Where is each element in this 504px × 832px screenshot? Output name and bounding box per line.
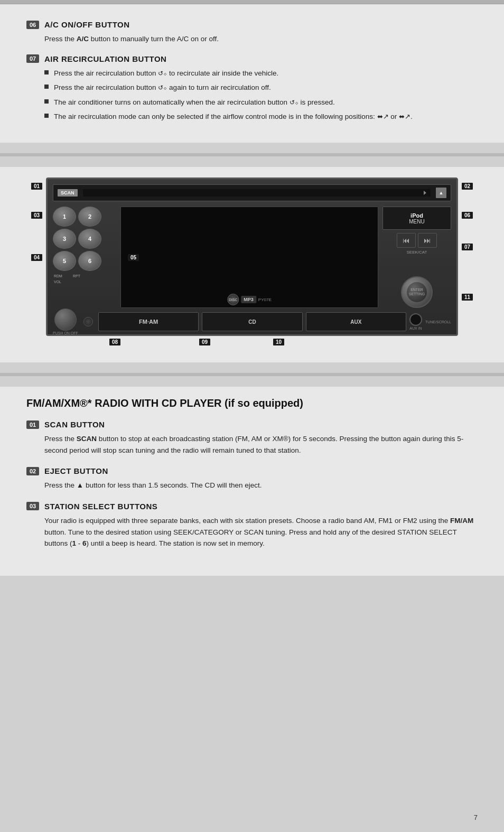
section-bottom-03-header: 03 STATION SELECT BUTTONS bbox=[26, 502, 478, 511]
callout-07: 07 bbox=[462, 244, 473, 250]
section-bottom-03-body: Your radio is equipped with three separa… bbox=[44, 515, 478, 549]
eject-text: Press the ▲ button for less than 1.5 sec… bbox=[44, 480, 478, 491]
rdm-label: RDM bbox=[54, 274, 62, 278]
section-06-num: 06 bbox=[26, 21, 39, 29]
callout-10: 10 bbox=[273, 339, 284, 345]
seek-next-btn[interactable]: ⏭ bbox=[418, 233, 437, 248]
section-bottom-01-body: Press the SCAN button to stop at each br… bbox=[44, 433, 478, 456]
section-bottom-03-title: STATION SELECT BUTTONS bbox=[44, 502, 157, 511]
section-07: 07 AIR RECIRCULATION BUTTON Press the ai… bbox=[26, 54, 478, 123]
btn-1-bold: 1 bbox=[72, 539, 77, 547]
bullet-sq-1 bbox=[44, 70, 49, 74]
callout-01: 01 bbox=[31, 183, 42, 190]
bullet-4-text: The air recirculation mode can only be s… bbox=[54, 111, 413, 123]
section-bottom-02-num: 02 bbox=[26, 467, 39, 475]
callout-04: 04 bbox=[31, 254, 42, 261]
callout-02: 02 bbox=[462, 183, 473, 190]
section-bottom-03-num: 03 bbox=[26, 502, 39, 510]
bullet-sq-3 bbox=[44, 99, 49, 104]
bullet-1-text: Press the air recirculation button ↺⬦ to… bbox=[54, 68, 278, 79]
enter-setting-text: ENTERSETTING bbox=[409, 288, 425, 297]
rpt-label: RPT bbox=[73, 274, 80, 278]
section-06-header: 06 A/C ON/OFF BUTTON bbox=[26, 20, 478, 29]
aux-in-label: AUX IN bbox=[409, 326, 422, 330]
callout-05: 05 bbox=[128, 254, 139, 261]
diagram-wrapper: SCAN ▲ 1 2 3 4 bbox=[46, 177, 458, 336]
bullet-2: Press the air recirculation button ↺⬦ ag… bbox=[44, 82, 478, 94]
divider-1 bbox=[0, 153, 504, 156]
recirc-icon-2: ↺⬦ bbox=[158, 83, 167, 93]
btn-row-12: 1 2 bbox=[53, 207, 116, 227]
preset-btn-2[interactable]: 2 bbox=[78, 207, 101, 227]
right-panel: iPod MENU ⏮ ⏭ SEEK/CAT ENTERSET bbox=[382, 207, 451, 308]
radio-diagram: SCAN ▲ 1 2 3 4 bbox=[46, 177, 458, 336]
airflow-icon-1: ⬌↗ bbox=[377, 113, 389, 120]
btn-row-56: 5 6 bbox=[53, 251, 116, 271]
section-06-title: A/C ON/OFF BUTTON bbox=[44, 20, 130, 29]
bullet-3: The air conditioner turns on automatical… bbox=[44, 97, 478, 108]
tune-knob[interactable]: ENTERSETTING bbox=[401, 276, 433, 308]
preset-btn-4[interactable]: 4 bbox=[78, 229, 101, 249]
vol-label: VOL bbox=[53, 280, 116, 284]
section-bottom-01-num: 01 bbox=[26, 420, 39, 429]
bullet-sq-4 bbox=[44, 114, 49, 118]
scan-bold: SCAN bbox=[77, 435, 97, 443]
aux-jack[interactable] bbox=[409, 313, 422, 326]
section-06-body: Press the A/C button to manually turn th… bbox=[44, 33, 478, 45]
bullet-4: The air recirculation mode can only be s… bbox=[44, 111, 478, 123]
section-bottom-02: 02 EJECT BUTTON Press the ▲ button for l… bbox=[26, 466, 478, 491]
section-07-body: Press the air recirculation button ↺⬦ to… bbox=[44, 68, 478, 123]
section-bottom-02-body: Press the ▲ button for less than 1.5 sec… bbox=[44, 480, 478, 491]
bullet-2-text: Press the air recirculation button ↺⬦ ag… bbox=[54, 82, 271, 94]
recirc-icon-3: ↺⬦ bbox=[290, 98, 298, 108]
radio-title: FM/AM/XM®* RADIO WITH CD PLAYER (if so e… bbox=[26, 397, 478, 409]
btn-row-34: 3 4 bbox=[53, 229, 116, 249]
section-07-num: 07 bbox=[26, 54, 39, 63]
fm-am-bold: FM/AM bbox=[450, 517, 473, 525]
preset-btn-3[interactable]: 3 bbox=[53, 229, 76, 249]
ac-bold: A/C bbox=[77, 35, 89, 43]
callout-11: 11 bbox=[462, 294, 473, 301]
section-bottom-01-title: SCAN BUTTON bbox=[44, 420, 105, 429]
bullet-sq-2 bbox=[44, 85, 49, 89]
page-number: 7 bbox=[474, 814, 478, 821]
top-bar bbox=[0, 0, 504, 4]
section-bottom-02-header: 02 EJECT BUTTON bbox=[26, 466, 478, 475]
aux-btn[interactable]: AUX bbox=[306, 312, 406, 331]
section-07-bullets: Press the air recirculation button ↺⬦ to… bbox=[44, 68, 478, 123]
cd-btn[interactable]: CD bbox=[202, 312, 302, 331]
section-bottom-01: 01 SCAN BUTTON Press the SCAN button to … bbox=[26, 420, 478, 456]
radio-middle: 1 2 3 4 5 6 RDM RPT bbox=[53, 207, 451, 308]
section-bottom-02-title: EJECT BUTTON bbox=[44, 466, 108, 475]
station-select-text: Your radio is equipped with three separa… bbox=[44, 515, 478, 549]
menu-label: MENU bbox=[409, 219, 424, 225]
main-content: 06 A/C ON/OFF BUTTON Press the A/C butto… bbox=[0, 4, 504, 143]
preset-btn-1[interactable]: 1 bbox=[53, 207, 76, 227]
bullet-3-text: The air conditioner turns on automatical… bbox=[54, 97, 335, 108]
tune-scroll-label: TUNE/SCROLL bbox=[425, 320, 451, 324]
divider-2 bbox=[0, 373, 504, 376]
radio-bottom: PUSH ON·OFF FM·AM CD AUX AUX IN TUNE/SCR… bbox=[53, 309, 451, 334]
callout-09: 09 bbox=[199, 339, 210, 345]
scan-btn-text: Press the SCAN button to stop at each br… bbox=[44, 433, 478, 456]
bullet-1: Press the air recirculation button ↺⬦ to… bbox=[44, 68, 478, 79]
seek-prev-btn[interactable]: ⏮ bbox=[397, 233, 416, 248]
ipod-menu-btn[interactable]: iPod MENU bbox=[382, 207, 451, 230]
scan-btn-display: SCAN bbox=[58, 189, 78, 197]
preset-btn-6[interactable]: 6 bbox=[78, 251, 101, 271]
fm-am-btn[interactable]: FM·AM bbox=[98, 312, 199, 331]
section-bottom-03: 03 STATION SELECT BUTTONS Your radio is … bbox=[26, 502, 478, 549]
section-06: 06 A/C ON/OFF BUTTON Press the A/C butto… bbox=[26, 20, 478, 45]
radio-image-container: SCAN ▲ 1 2 3 4 bbox=[0, 167, 504, 347]
btn-6-bold: 6 bbox=[82, 539, 87, 547]
preset-btn-5[interactable]: 5 bbox=[53, 251, 76, 271]
display-screen: DISC MP3 PY07E bbox=[120, 207, 378, 308]
vol-knob[interactable] bbox=[54, 309, 77, 331]
push-on-off-label: PUSH ON·OFF bbox=[53, 331, 78, 335]
airflow-icon-2: ⬌↗ bbox=[399, 113, 410, 120]
section-07-header: 07 AIR RECIRCULATION BUTTON bbox=[26, 54, 478, 63]
bottom-content: FM/AM/XM®* RADIO WITH CD PLAYER (if so e… bbox=[0, 387, 504, 576]
seek-row: ⏮ ⏭ bbox=[382, 233, 451, 248]
recirc-icon-1: ↺⬦ bbox=[158, 69, 167, 79]
section-06-text: Press the A/C button to manually turn th… bbox=[44, 33, 478, 45]
